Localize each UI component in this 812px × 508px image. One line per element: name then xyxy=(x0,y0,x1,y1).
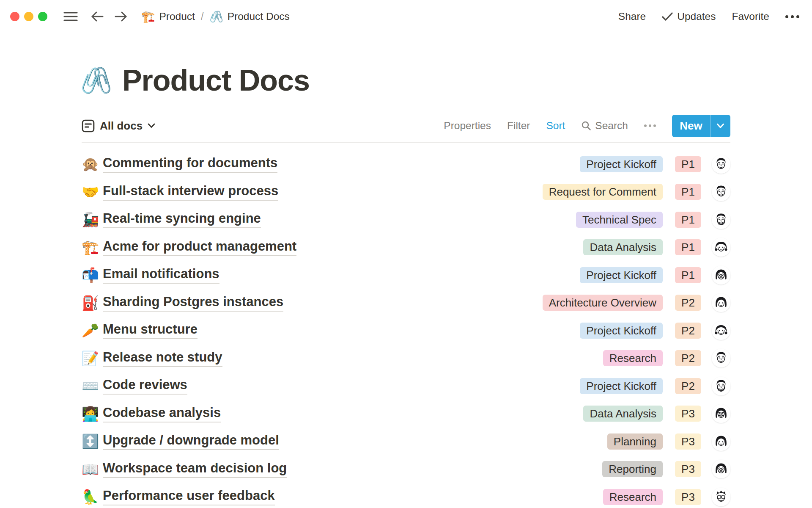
doc-row[interactable]: 👩‍💻Codebase analysisData AnalysisP3 xyxy=(82,400,730,428)
new-doc-button[interactable]: New xyxy=(672,115,730,137)
priority-tag[interactable]: P2 xyxy=(675,350,701,366)
doc-row[interactable]: ↕️Upgrade / downgrade modelPlanningP3 xyxy=(82,428,730,456)
more-options-button[interactable] xyxy=(785,15,799,18)
assignee-avatar[interactable] xyxy=(712,377,730,395)
assignee-avatar[interactable] xyxy=(712,432,730,451)
doc-type-tag[interactable]: Research xyxy=(603,350,663,366)
doc-row[interactable]: 🚂Real-time syncing engineTechnical SpecP… xyxy=(82,206,730,234)
doc-type-tag[interactable]: Project Kickoff xyxy=(580,267,663,283)
view-more-options-button[interactable] xyxy=(644,124,656,127)
doc-emoji-icon: ⌨️ xyxy=(82,379,103,393)
share-label: Share xyxy=(618,11,646,22)
doc-emoji-icon: 📬 xyxy=(82,268,103,282)
page-title[interactable]: Product Docs xyxy=(122,64,310,97)
breadcrumb-parent[interactable]: 🏗️ Product xyxy=(141,11,195,22)
doc-type-tag[interactable]: Technical Spec xyxy=(576,212,663,228)
new-doc-dropdown[interactable] xyxy=(710,115,730,137)
doc-type-tag[interactable]: Project Kickoff xyxy=(580,323,663,339)
doc-title-link[interactable]: Upgrade / downgrade model xyxy=(103,433,279,450)
assignee-avatar[interactable] xyxy=(712,155,730,174)
priority-tag[interactable]: P3 xyxy=(675,489,701,505)
priority-tag[interactable]: P3 xyxy=(675,433,701,450)
assignee-avatar[interactable] xyxy=(712,238,730,257)
view-label: All docs xyxy=(100,119,143,133)
assignee-avatar[interactable] xyxy=(712,321,730,340)
priority-tag[interactable]: P2 xyxy=(675,378,701,394)
priority-tag[interactable]: P1 xyxy=(675,156,701,172)
avatar-sketch-icon xyxy=(712,182,730,201)
doc-type-tag[interactable]: Data Analysis xyxy=(583,406,663,422)
assignee-avatar[interactable] xyxy=(712,349,730,367)
doc-title-link[interactable]: Workspace team decision log xyxy=(103,461,287,478)
assignee-avatar[interactable] xyxy=(712,488,730,506)
close-window-button[interactable] xyxy=(10,12,19,21)
back-button[interactable] xyxy=(91,11,104,22)
doc-row[interactable]: 🦜Performance user feedbackResearchP3 xyxy=(82,483,730,508)
forward-button[interactable] xyxy=(114,11,128,22)
priority-tag[interactable]: P3 xyxy=(675,461,701,477)
doc-type-tag[interactable]: Project Kickoff xyxy=(580,378,663,394)
doc-type-tag[interactable]: Architecture Overview xyxy=(543,295,663,311)
doc-title-link[interactable]: Acme for product management xyxy=(103,239,296,256)
priority-tag[interactable]: P3 xyxy=(675,406,701,422)
assignee-avatar[interactable] xyxy=(712,266,730,284)
sidebar-menu-button[interactable] xyxy=(63,11,78,22)
doc-title-link[interactable]: Code reviews xyxy=(103,377,187,395)
doc-emoji-icon: 👩‍💻 xyxy=(82,407,103,421)
assignee-avatar[interactable] xyxy=(712,293,730,312)
doc-title-link[interactable]: Performance user feedback xyxy=(103,488,275,505)
priority-tag[interactable]: P2 xyxy=(675,295,701,311)
titlebar: 🏗️ Product / 🖇️ Product Docs Share Updat… xyxy=(0,0,812,33)
avatar-sketch-icon xyxy=(712,377,730,395)
avatar-sketch-icon xyxy=(712,155,730,174)
doc-row[interactable]: ⛽Sharding Postgres instancesArchitecture… xyxy=(82,289,730,317)
search-button[interactable]: Search xyxy=(581,120,628,132)
assignee-avatar[interactable] xyxy=(712,210,730,229)
doc-title-link[interactable]: Commenting for documents xyxy=(103,155,277,173)
doc-type-tag[interactable]: Research xyxy=(603,489,663,505)
priority-tag[interactable]: P1 xyxy=(675,212,701,228)
doc-title-link[interactable]: Release note study xyxy=(103,350,222,367)
doc-row[interactable]: 📝Release note studyResearchP2 xyxy=(82,345,730,373)
doc-type-tag[interactable]: Project Kickoff xyxy=(580,156,663,172)
doc-title-link[interactable]: Email notifications xyxy=(103,266,219,284)
chevron-down-icon xyxy=(716,123,724,129)
doc-row[interactable]: ⌨️Code reviewsProject KickoffP2 xyxy=(82,372,730,400)
doc-row[interactable]: 📬Email notificationsProject KickoffP1 xyxy=(82,261,730,289)
doc-row[interactable]: 🏗️Acme for product managementData Analys… xyxy=(82,234,730,262)
doc-type-tag[interactable]: Data Analysis xyxy=(583,239,663,255)
doc-title-link[interactable]: Codebase analysis xyxy=(103,405,221,422)
forward-arrow-icon xyxy=(114,11,128,22)
assignee-avatar[interactable] xyxy=(712,404,730,423)
filter-button[interactable]: Filter xyxy=(507,120,530,132)
view-switcher-all-docs[interactable]: All docs xyxy=(82,119,155,133)
doc-row[interactable]: 🥕Menu structureProject KickoffP2 xyxy=(82,317,730,345)
doc-title-link[interactable]: Real-time syncing engine xyxy=(103,211,261,228)
minimize-window-button[interactable] xyxy=(24,12,33,21)
priority-tag[interactable]: P2 xyxy=(675,323,701,339)
doc-emoji-icon: 🚂 xyxy=(82,213,103,226)
properties-button[interactable]: Properties xyxy=(444,120,491,132)
priority-tag[interactable]: P1 xyxy=(675,184,701,200)
doc-type-tag[interactable]: Planning xyxy=(607,433,663,450)
priority-tag[interactable]: P1 xyxy=(675,239,701,255)
doc-title-link[interactable]: Menu structure xyxy=(103,322,198,339)
breadcrumb-current[interactable]: 🖇️ Product Docs xyxy=(209,11,290,22)
sort-button[interactable]: Sort xyxy=(546,120,565,132)
page-icon[interactable]: 🖇️ xyxy=(80,68,112,93)
doc-row[interactable]: 🙊Commenting for documentsProject Kickoff… xyxy=(82,150,730,178)
zoom-window-button[interactable] xyxy=(38,12,47,21)
priority-tag[interactable]: P1 xyxy=(675,267,701,283)
doc-row[interactable]: 🤝Full-stack interview processRequest for… xyxy=(82,178,730,206)
doc-type-tag[interactable]: Request for Comment xyxy=(543,184,663,200)
assignee-avatar[interactable] xyxy=(712,460,730,478)
doc-type-tag[interactable]: Reporting xyxy=(602,461,663,477)
updates-button[interactable]: Updates xyxy=(662,11,716,22)
avatar-sketch-icon xyxy=(712,321,730,340)
favorite-button[interactable]: Favorite xyxy=(732,11,769,22)
share-button[interactable]: Share xyxy=(618,11,646,22)
doc-title-link[interactable]: Sharding Postgres instances xyxy=(103,294,283,312)
doc-title-link[interactable]: Full-stack interview process xyxy=(103,183,278,201)
assignee-avatar[interactable] xyxy=(712,182,730,201)
doc-row[interactable]: 📖Workspace team decision logReportingP3 xyxy=(82,456,730,483)
